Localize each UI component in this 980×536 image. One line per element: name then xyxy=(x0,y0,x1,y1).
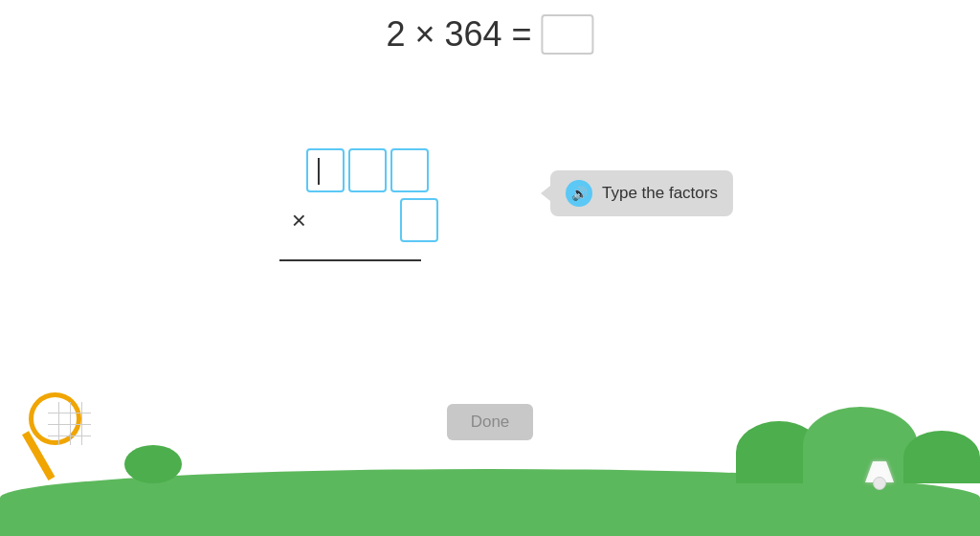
top-equation: 2 × 364 = xyxy=(386,14,593,55)
digit-box-ones[interactable] xyxy=(390,148,429,192)
done-button[interactable]: Done xyxy=(447,404,533,440)
racket-head xyxy=(29,392,81,445)
shuttlecock-cork xyxy=(873,477,886,490)
digit-box-tens[interactable] xyxy=(348,148,387,192)
division-line xyxy=(279,259,421,261)
bush-right-2 xyxy=(803,407,918,483)
hint-text: Type the factors xyxy=(602,184,718,203)
racket-strings xyxy=(48,402,91,445)
shuttlecock xyxy=(865,457,894,490)
top-equation-text: 2 × 364 = xyxy=(386,14,531,55)
speaker-icon[interactable]: 🔊 xyxy=(566,180,592,207)
racket xyxy=(19,392,134,479)
digit-box-multiplier[interactable] xyxy=(400,198,438,242)
digit-box-hundreds[interactable] xyxy=(306,148,345,192)
bush-right-group xyxy=(736,407,980,483)
bush-right-3 xyxy=(903,431,980,483)
multiplication-area: × xyxy=(279,148,438,254)
multiplier-row: × xyxy=(279,198,438,242)
times-sign: × xyxy=(279,206,306,235)
multiplicand-row xyxy=(306,148,438,192)
hint-bubble: 🔊 Type the factors xyxy=(550,170,733,216)
multiplier-row-wrapper: × xyxy=(279,198,438,254)
top-answer-box[interactable] xyxy=(542,14,594,55)
